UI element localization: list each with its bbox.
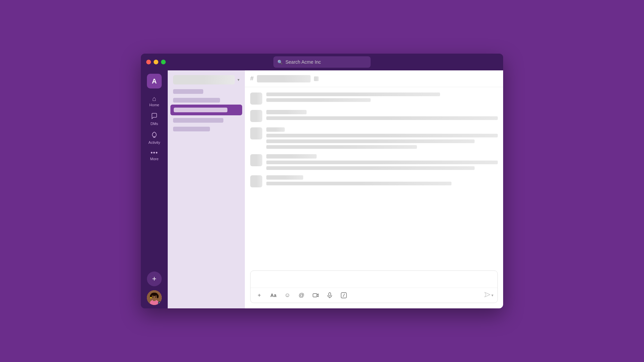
- message-avatar: [250, 127, 262, 139]
- minimize-button[interactable]: [154, 60, 158, 64]
- svg-point-7: [150, 297, 152, 298]
- message-row: [250, 154, 498, 170]
- msg-name-skeleton: [266, 154, 317, 159]
- msg-text-skeleton: [266, 166, 475, 170]
- chevron-down-icon: ▾: [491, 293, 493, 298]
- maximize-button[interactable]: [161, 60, 166, 64]
- msg-text-skeleton: [266, 145, 417, 149]
- msg-text-skeleton: [266, 161, 498, 164]
- composer-input[interactable]: [251, 271, 497, 288]
- channel-sidebar: ▾: [168, 70, 245, 308]
- send-button[interactable]: [484, 292, 491, 299]
- active-channel-bar: [174, 108, 227, 112]
- skeleton-channel-2: [173, 127, 210, 131]
- msg-text-skeleton: [266, 182, 451, 185]
- message-content: [266, 127, 498, 149]
- msg-text-skeleton: [266, 98, 371, 102]
- skeleton-channel-1: [173, 118, 223, 123]
- message-avatar: [250, 93, 262, 105]
- channel-hash-icon: #: [250, 75, 254, 82]
- msg-name-skeleton: [266, 127, 285, 132]
- video-icon: [313, 292, 319, 298]
- msg-text-skeleton: [266, 139, 475, 143]
- sidebar-item-more[interactable]: ••• More: [144, 148, 165, 163]
- send-arrow-icon: [484, 292, 491, 298]
- composer-mention-button[interactable]: @: [297, 291, 306, 300]
- add-workspace-button[interactable]: +: [147, 272, 162, 286]
- message-content: [266, 175, 498, 185]
- msg-name-skeleton: [266, 110, 307, 114]
- window-controls: [146, 60, 166, 64]
- sidebar-item-label-more: More: [150, 157, 158, 161]
- message-avatar: [250, 154, 262, 166]
- composer-emoji-button[interactable]: ☺: [283, 291, 292, 300]
- global-search-bar[interactable]: 🔍 Search Acme Inc: [273, 56, 371, 68]
- svg-rect-10: [313, 294, 317, 297]
- send-button-group: ▾: [484, 292, 493, 299]
- more-icon: •••: [151, 150, 158, 156]
- sidebar-item-home[interactable]: ⌂ Home: [144, 93, 165, 109]
- skeleton-label-2: [173, 98, 220, 103]
- svg-point-9: [155, 297, 156, 298]
- sidebar-item-dms[interactable]: DMs: [144, 110, 165, 128]
- msg-name-skeleton: [266, 175, 303, 180]
- send-options-button[interactable]: ▾: [491, 293, 493, 298]
- add-attachment-icon: +: [258, 292, 261, 299]
- workspace-name-skeleton: [173, 75, 235, 84]
- sidebar-item-label-activity: Activity: [149, 140, 160, 144]
- search-icon: 🔍: [277, 60, 283, 65]
- sidebar-item-label-home: Home: [149, 103, 159, 107]
- composer-audio-button[interactable]: [325, 291, 334, 300]
- mention-icon: @: [299, 292, 304, 299]
- composer-video-button[interactable]: [311, 291, 320, 300]
- chat-area: #: [245, 70, 503, 308]
- close-button[interactable]: [146, 60, 151, 64]
- composer-format-button[interactable]: Aa: [269, 291, 278, 300]
- composer-slash-button[interactable]: [339, 291, 348, 300]
- workspace-dropdown-icon[interactable]: ▾: [237, 77, 239, 82]
- message-avatar: [250, 175, 262, 187]
- active-channel-item[interactable]: [170, 105, 242, 115]
- messages-area: [245, 87, 503, 270]
- composer-toolbar: + Aa ☺ @: [251, 288, 497, 303]
- online-status-dot: [158, 301, 161, 305]
- svg-point-6: [157, 294, 159, 298]
- message-row: [250, 175, 498, 187]
- user-avatar[interactable]: [147, 290, 162, 305]
- format-text-icon: Aa: [270, 293, 276, 298]
- svg-point-4: [151, 293, 158, 296]
- svg-rect-11: [329, 293, 331, 296]
- channel-list: [168, 88, 245, 133]
- message-content: [266, 154, 498, 170]
- home-icon: ⌂: [152, 95, 156, 102]
- msg-text-skeleton: [266, 134, 498, 137]
- channel-sidebar-header: ▾: [168, 70, 245, 88]
- app-window: 🔍 Search Acme Inc A ⌂ Home DMs: [141, 54, 503, 308]
- dms-icon: [151, 112, 158, 121]
- sidebar-nav: A ⌂ Home DMs: [141, 70, 168, 308]
- msg-text-skeleton: [266, 116, 498, 120]
- message-composer: + Aa ☺ @: [250, 270, 498, 303]
- skeleton-label-1: [173, 89, 203, 94]
- title-bar: 🔍 Search Acme Inc: [141, 54, 503, 70]
- channel-dropdown-skeleton: [314, 76, 319, 81]
- message-content: [266, 93, 498, 102]
- chat-header: #: [245, 70, 503, 87]
- main-area: A ⌂ Home DMs: [141, 70, 503, 308]
- msg-text-skeleton: [266, 93, 440, 96]
- emoji-icon: ☺: [284, 292, 290, 299]
- channel-name-skeleton: [257, 75, 311, 82]
- composer-add-button[interactable]: +: [255, 291, 264, 300]
- sidebar-item-label-dms: DMs: [151, 122, 158, 126]
- message-row: [250, 93, 498, 105]
- slash-icon: [341, 292, 347, 298]
- svg-point-8: [153, 297, 154, 298]
- message-row: [250, 127, 498, 149]
- sidebar-item-activity[interactable]: Activity: [144, 129, 165, 146]
- microphone-icon: [327, 292, 332, 298]
- activity-icon: [151, 131, 158, 139]
- workspace-avatar[interactable]: A: [147, 74, 162, 88]
- add-icon: +: [152, 275, 157, 283]
- message-avatar: [250, 110, 262, 122]
- message-row: [250, 110, 498, 122]
